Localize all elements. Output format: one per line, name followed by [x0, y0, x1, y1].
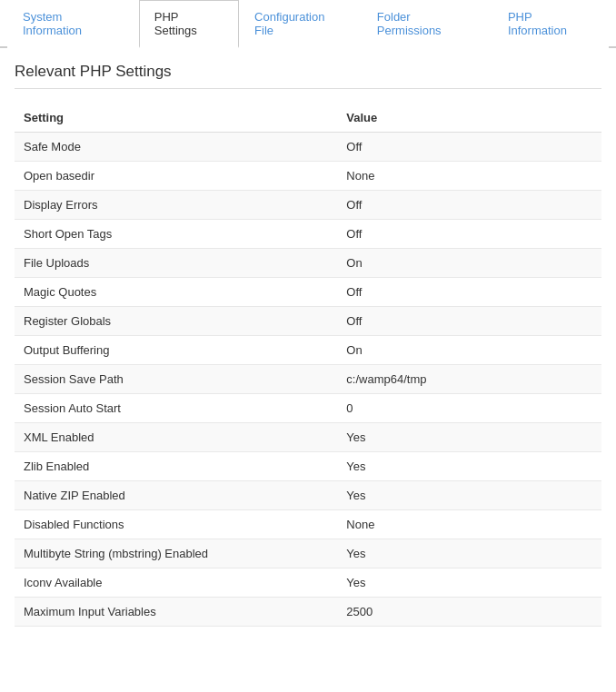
setting-cell: Register Globals [15, 307, 337, 336]
setting-cell: Iconv Available [15, 568, 337, 598]
value-cell: Yes [337, 423, 601, 452]
setting-cell: Maximum Input Variables [15, 598, 337, 627]
value-cell: Off [337, 220, 601, 249]
settings-table: SettingValue Safe ModeOffOpen basedirNon… [15, 104, 601, 627]
table-row: Output BufferingOn [15, 336, 601, 365]
setting-cell: XML Enabled [15, 423, 337, 452]
tab-system-information[interactable]: System Information [7, 0, 139, 48]
setting-cell: Session Save Path [15, 365, 337, 394]
value-cell: 0 [337, 394, 601, 423]
value-cell: None [337, 510, 601, 539]
table-row: Register GlobalsOff [15, 307, 601, 336]
value-cell: Yes [337, 539, 601, 568]
value-cell: 2500 [337, 598, 601, 627]
tabs-container: System InformationPHP SettingsConfigurat… [0, 0, 616, 48]
value-cell: On [337, 249, 601, 278]
value-cell: Yes [337, 481, 601, 510]
tab-folder-permissions[interactable]: Folder Permissions [362, 0, 492, 48]
value-cell: Off [337, 307, 601, 336]
tab-configuration-file[interactable]: Configuration File [239, 0, 362, 48]
value-cell: Off [337, 133, 601, 162]
table-row: Short Open TagsOff [15, 220, 601, 249]
setting-cell: Safe Mode [15, 133, 337, 162]
table-row: Multibyte String (mbstring) EnabledYes [15, 539, 601, 568]
table-row: Zlib EnabledYes [15, 452, 601, 481]
tab-php-settings[interactable]: PHP Settings [139, 0, 239, 48]
table-row: File UploadsOn [15, 249, 601, 278]
setting-cell: Magic Quotes [15, 278, 337, 307]
value-cell: On [337, 336, 601, 365]
col-header-value: Value [337, 104, 601, 133]
setting-cell: Session Auto Start [15, 394, 337, 423]
value-cell: Off [337, 278, 601, 307]
tab-php-information[interactable]: PHP Information [492, 0, 609, 48]
setting-cell: Short Open Tags [15, 220, 337, 249]
table-row: Session Auto Start0 [15, 394, 601, 423]
table-row: XML EnabledYes [15, 423, 601, 452]
table-row: Native ZIP EnabledYes [15, 481, 601, 510]
table-row: Safe ModeOff [15, 133, 601, 162]
value-cell: None [337, 162, 601, 191]
setting-cell: Multibyte String (mbstring) Enabled [15, 539, 337, 568]
value-cell: Off [337, 191, 601, 220]
table-row: Display ErrorsOff [15, 191, 601, 220]
setting-cell: Zlib Enabled [15, 452, 337, 481]
setting-cell: Output Buffering [15, 336, 337, 365]
value-cell: Yes [337, 568, 601, 598]
table-row: Maximum Input Variables2500 [15, 598, 601, 627]
setting-cell: Disabled Functions [15, 510, 337, 539]
col-header-setting: Setting [15, 104, 337, 133]
setting-cell: Display Errors [15, 191, 337, 220]
value-cell: Yes [337, 452, 601, 481]
table-row: Iconv AvailableYes [15, 568, 601, 598]
value-cell: c:/wamp64/tmp [337, 365, 601, 394]
setting-cell: Native ZIP Enabled [15, 481, 337, 510]
table-row: Session Save Pathc:/wamp64/tmp [15, 365, 601, 394]
table-row: Magic QuotesOff [15, 278, 601, 307]
table-row: Open basedirNone [15, 162, 601, 191]
setting-cell: File Uploads [15, 249, 337, 278]
section-title: Relevant PHP Settings [15, 63, 601, 89]
setting-cell: Open basedir [15, 162, 337, 191]
table-row: Disabled FunctionsNone [15, 510, 601, 539]
